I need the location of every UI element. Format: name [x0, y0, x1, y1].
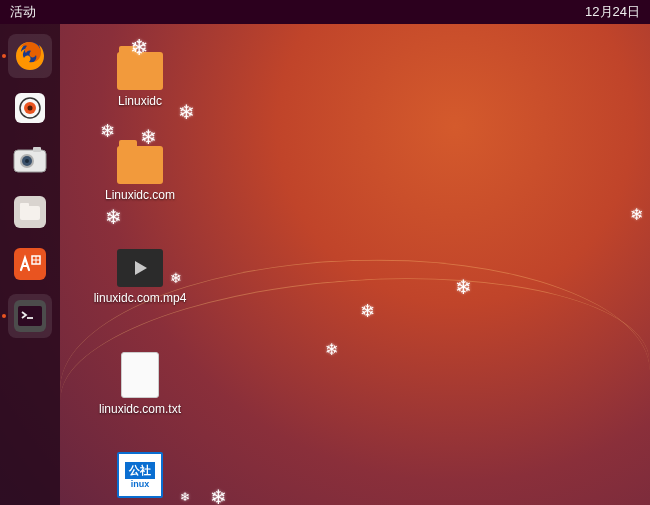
launcher-dock — [0, 24, 60, 505]
activities-button[interactable]: 活动 — [10, 3, 36, 21]
video-icon — [117, 249, 163, 287]
dock-terminal[interactable] — [8, 294, 52, 338]
top-bar: 活动 12月24日 — [0, 0, 650, 24]
svg-point-9 — [25, 159, 29, 163]
desktop-folder-linuxidc[interactable]: Linuxidc — [100, 52, 180, 108]
date-indicator[interactable]: 12月24日 — [585, 3, 640, 21]
svg-rect-12 — [20, 203, 29, 208]
svg-point-4 — [28, 106, 33, 111]
terminal-icon — [12, 298, 48, 334]
svg-rect-6 — [33, 147, 41, 152]
folder-icon — [117, 52, 163, 90]
files-icon — [12, 194, 48, 230]
dock-camera[interactable] — [8, 138, 52, 182]
dock-rhythmbox[interactable] — [8, 86, 52, 130]
dock-firefox[interactable] — [8, 34, 52, 78]
icon-label: Linuxidc — [118, 94, 162, 108]
svg-rect-11 — [20, 206, 40, 220]
folder-icon — [117, 146, 163, 184]
software-center-icon — [12, 246, 48, 282]
desktop-folder-linuxidc-com[interactable]: Linuxidc.com — [100, 146, 180, 202]
icon-label: Linuxidc.com — [105, 188, 175, 202]
svg-rect-18 — [18, 306, 42, 326]
dock-software[interactable] — [8, 242, 52, 286]
firefox-icon — [13, 39, 47, 73]
svg-rect-13 — [14, 248, 46, 280]
music-player-icon — [13, 91, 47, 125]
camera-icon — [13, 146, 47, 174]
dock-files[interactable] — [8, 190, 52, 234]
